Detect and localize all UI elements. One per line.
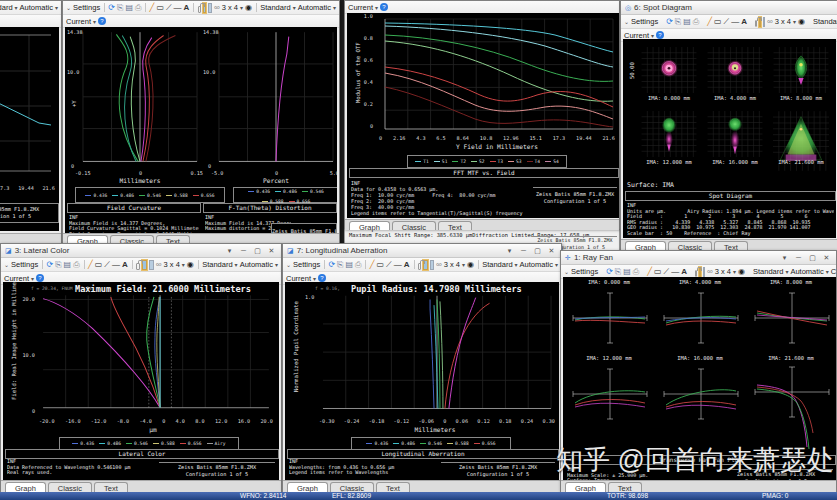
settings-button[interactable]: Settings <box>293 260 320 269</box>
grid-layout-dropdown[interactable]: 3 x 4 <box>444 260 460 269</box>
settings-caret-icon[interactable]: ⌄ <box>66 4 71 11</box>
maximize-button[interactable]: ▢ <box>252 245 263 256</box>
grid-caret-icon[interactable]: ▾ <box>462 261 465 268</box>
grid-layout-dropdown[interactable]: 3 x 4 <box>222 3 238 12</box>
help-icon[interactable]: ? <box>98 17 106 25</box>
automatic-caret-icon[interactable]: ▾ <box>555 261 558 268</box>
lock-icon[interactable] <box>418 263 422 270</box>
current-dropdown[interactable]: Current <box>348 3 373 12</box>
dash-tool-icon[interactable]: — <box>174 3 182 12</box>
save-icon[interactable]: ▤ <box>125 3 133 12</box>
rectangle-tool-icon[interactable]: ▭ <box>95 260 103 269</box>
line-tool-icon[interactable]: ╱ <box>707 17 712 26</box>
grid-layout-dropdown[interactable]: 3 x 4 <box>775 17 791 26</box>
help-icon[interactable]: ? <box>318 274 326 282</box>
print-icon[interactable]: ⎙ <box>73 260 79 269</box>
help-icon[interactable]: ? <box>36 274 44 282</box>
grid-caret-icon[interactable]: ▾ <box>733 268 736 275</box>
standard-caret-icon[interactable]: ▾ <box>785 268 788 275</box>
image-copy-icon[interactable] <box>763 17 765 27</box>
current-caret-icon[interactable]: ▾ <box>651 32 654 39</box>
current-caret-icon[interactable]: ▾ <box>313 275 316 282</box>
copy-icon[interactable]: ⎘ <box>615 267 621 276</box>
arrow-tool-icon[interactable]: ⟋ <box>664 267 670 276</box>
refresh-icon[interactable]: ⟳ <box>606 267 613 276</box>
grid-layout-dropdown[interactable]: 3 x 4 <box>164 260 180 269</box>
save-icon[interactable]: ▤ <box>346 260 354 269</box>
copy-icon[interactable]: ⎘ <box>117 3 123 12</box>
tab-text[interactable]: Text <box>714 241 748 250</box>
glasses-icon[interactable]: ∞ <box>707 267 713 276</box>
automatic-dropdown[interactable]: Automatic <box>240 260 273 269</box>
print-icon[interactable]: ⎙ <box>135 3 141 12</box>
image-copy-icon[interactable] <box>430 260 434 270</box>
standard-dropdown[interactable]: Standard <box>260 3 290 12</box>
lock-icon[interactable] <box>198 6 201 13</box>
grid-caret-icon[interactable]: ▾ <box>240 4 243 11</box>
glasses-icon[interactable]: ∞ <box>214 3 220 12</box>
standard-caret-icon[interactable]: ▾ <box>235 261 238 268</box>
dash-tool-icon[interactable]: — <box>731 17 739 26</box>
dash-tool-icon[interactable]: — <box>394 260 402 269</box>
current-caret-icon[interactable]: ▾ <box>375 4 378 11</box>
copy-icon[interactable]: ⎘ <box>337 260 343 269</box>
automatic-dropdown[interactable]: Automatic <box>520 260 553 269</box>
window-menu-button[interactable]: ▾ <box>779 252 790 263</box>
record-icon[interactable]: ◉ <box>245 3 252 12</box>
refresh-icon[interactable]: ⟳ <box>666 17 673 26</box>
text-tool-icon[interactable]: A <box>404 260 410 269</box>
settings-caret-icon[interactable]: ⌄ <box>564 268 569 275</box>
dash-tool-icon[interactable]: — <box>671 267 679 276</box>
standard-dropdown[interactable]: Standard <box>482 260 512 269</box>
minimize-button[interactable]: ─ <box>238 245 249 256</box>
maximize-button[interactable]: ▢ <box>807 252 818 263</box>
text-tool-icon[interactable]: A <box>122 260 128 269</box>
standard-caret-icon[interactable]: ▾ <box>15 4 18 11</box>
tab-graph[interactable]: Graph <box>625 241 666 250</box>
current-caret-icon[interactable]: ▾ <box>93 18 96 25</box>
line-tool-icon[interactable]: ╱ <box>88 260 93 269</box>
rectangle-tool-icon[interactable]: ▭ <box>714 17 722 26</box>
refresh-icon[interactable]: ⟳ <box>108 3 115 12</box>
dash-tool-icon[interactable]: — <box>112 260 120 269</box>
arrow-tool-icon[interactable]: ⟋ <box>104 260 110 269</box>
lock-icon[interactable] <box>136 263 140 270</box>
help-icon[interactable]: ? <box>656 31 664 39</box>
standard-dropdown[interactable]: Standard <box>0 3 13 12</box>
settings-caret-icon[interactable]: ⌄ <box>624 18 629 25</box>
standard-dropdown[interactable]: Standard <box>753 267 783 276</box>
print-icon[interactable]: ⎙ <box>355 260 361 269</box>
settings-caret-icon[interactable]: ⌄ <box>286 261 291 268</box>
arrow-tool-icon[interactable]: ⟋ <box>166 3 172 12</box>
settings-caret-icon[interactable]: ⌄ <box>4 261 9 268</box>
close-button[interactable]: ✕ <box>821 252 832 263</box>
line-tool-icon[interactable]: ╱ <box>370 260 375 269</box>
automatic-caret-icon[interactable]: ▾ <box>333 4 336 11</box>
standard-dropdown[interactable]: Standard <box>202 260 232 269</box>
text-tool-icon[interactable]: A <box>741 17 747 26</box>
close-button[interactable]: ✕ <box>266 245 277 256</box>
refresh-icon[interactable]: ⟳ <box>46 260 53 269</box>
rectangle-tool-icon[interactable]: ▭ <box>654 267 662 276</box>
settings-button[interactable]: Settings <box>11 260 38 269</box>
rectangle-tool-icon[interactable]: ▭ <box>377 260 385 269</box>
tab-classic[interactable]: Classic <box>392 221 436 230</box>
settings-button[interactable]: Settings <box>73 3 100 12</box>
text-tool-icon[interactable]: A <box>681 267 687 276</box>
tab-graph[interactable]: Graph <box>349 221 390 230</box>
image-copy-icon[interactable] <box>149 260 154 270</box>
refresh-icon[interactable]: ⟳ <box>328 260 335 269</box>
glasses-icon[interactable]: ∞ <box>436 260 442 269</box>
automatic-caret-icon[interactable]: ▾ <box>55 4 58 11</box>
settings-button[interactable]: Settings <box>571 267 598 276</box>
tab-classic[interactable]: Classic <box>668 241 712 250</box>
arrow-tool-icon[interactable]: ⟋ <box>724 17 730 26</box>
standard-caret-icon[interactable]: ▾ <box>293 4 296 11</box>
text-tool-icon[interactable]: A <box>184 3 190 12</box>
print-icon[interactable]: ⎙ <box>633 267 639 276</box>
grid-caret-icon[interactable]: ▾ <box>793 18 796 25</box>
current-dropdown[interactable]: Current <box>66 17 91 26</box>
save-icon[interactable]: ▤ <box>683 17 691 26</box>
copy-icon[interactable]: ⎘ <box>55 260 61 269</box>
automatic-dropdown[interactable]: Automatic <box>20 3 53 12</box>
